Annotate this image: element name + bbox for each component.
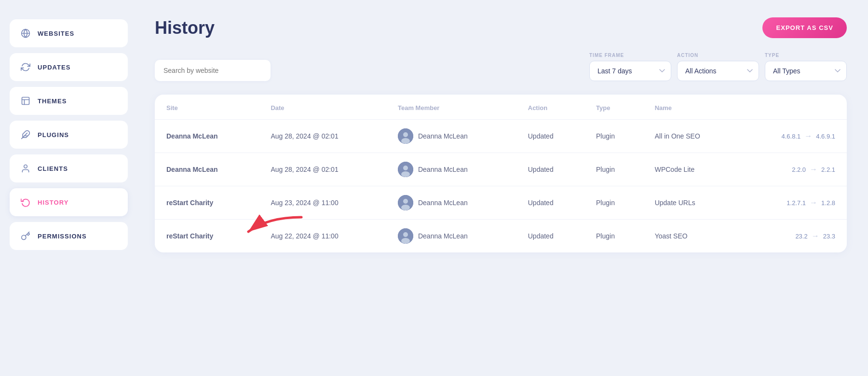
col-member: Team Member (386, 95, 516, 120)
cell-version: 4.6.8.1 → 4.6.9.1 (739, 120, 847, 153)
history-icon (20, 197, 31, 208)
action-label: ACTION (677, 53, 759, 58)
type-select[interactable]: All Types Plugin Theme Core (765, 61, 847, 81)
table-row: reStart Charity Aug 22, 2024 @ 11:00 Dea… (155, 220, 847, 253)
svg-point-7 (24, 165, 27, 168)
user-icon (20, 163, 31, 174)
timeframe-label: TIME FRAME (589, 53, 671, 58)
sidebar-item-clients-label: CLIENTS (38, 165, 68, 172)
version-from: 23.2 (795, 233, 807, 240)
cell-date: Aug 23, 2024 @ 11:00 (259, 186, 386, 220)
history-table: Site Date Team Member Action Type Name D… (155, 95, 847, 252)
action-select[interactable]: All Actions Updated Installed Deleted (677, 61, 759, 81)
cell-type: Plugin (584, 120, 643, 153)
key-icon (20, 231, 31, 241)
sidebar-item-plugins[interactable]: PLUGINS (10, 121, 128, 149)
cell-action: Updated (516, 186, 584, 220)
svg-point-16 (403, 199, 408, 204)
svg-point-20 (401, 238, 410, 244)
version-arrow: → (812, 232, 819, 240)
table-row: reStart Charity Aug 23, 2024 @ 11:00 Dea… (155, 186, 847, 220)
timeframe-select[interactable]: Last 7 days Last 30 days Last 90 days Al… (589, 61, 671, 81)
filters-row: TIME FRAME Last 7 days Last 30 days Last… (155, 53, 847, 81)
version-arrow: → (810, 198, 817, 207)
col-action: Action (516, 95, 584, 120)
table-row: Deanna McLean Aug 28, 2024 @ 02:01 Deann… (155, 120, 847, 153)
avatar (398, 195, 413, 210)
type-filter-wrap: TYPE All Types Plugin Theme Core (765, 53, 847, 81)
svg-point-10 (403, 132, 408, 137)
sidebar-item-clients[interactable]: CLIENTS (10, 154, 128, 182)
svg-point-17 (401, 205, 410, 210)
search-wrap (155, 60, 271, 81)
cell-action: Updated (516, 120, 584, 153)
cell-version: 2.2.0 → 2.2.1 (739, 153, 847, 186)
sidebar-item-plugins-label: PLUGINS (38, 131, 69, 139)
version-from: 1.2.7.1 (787, 199, 806, 207)
type-label: TYPE (765, 53, 847, 58)
cell-action: Updated (516, 153, 584, 186)
sidebar-item-updates[interactable]: UPDATES (10, 53, 128, 81)
cell-action: Updated (516, 220, 584, 253)
version-arrow: → (810, 165, 817, 174)
timeframe-filter-wrap: TIME FRAME Last 7 days Last 30 days Last… (589, 53, 671, 81)
avatar (398, 162, 413, 177)
avatar-placeholder (398, 128, 413, 144)
cell-site: reStart Charity (155, 220, 259, 253)
col-site: Site (155, 95, 259, 120)
page-title: History (155, 18, 215, 38)
cell-name: WPCode Lite (643, 153, 739, 186)
version-arrow: → (804, 132, 812, 140)
sidebar-item-permissions[interactable]: PERMISSIONS (10, 222, 128, 250)
svg-point-19 (403, 232, 408, 237)
header-row: History EXPORT AS CSV (155, 17, 847, 38)
cell-date: Aug 28, 2024 @ 02:01 (259, 153, 386, 186)
cell-type: Plugin (584, 220, 643, 253)
col-name: Name (643, 95, 739, 120)
col-date: Date (259, 95, 386, 120)
history-table-card: Site Date Team Member Action Type Name D… (155, 95, 847, 252)
version-from: 2.2.0 (792, 166, 806, 173)
sidebar-item-history-label: HISTORY (38, 199, 68, 206)
svg-point-13 (403, 166, 408, 170)
sidebar-item-history[interactable]: HISTORY (10, 188, 128, 216)
version-to: 4.6.9.1 (816, 133, 835, 140)
sidebar-item-websites-label: WEBSITES (38, 30, 74, 37)
export-csv-button[interactable]: EXPORT AS CSV (762, 17, 847, 38)
svg-point-14 (401, 171, 410, 177)
version-to: 23.3 (823, 233, 835, 240)
cell-member: Deanna McLean (386, 220, 516, 253)
search-input[interactable] (155, 60, 271, 81)
cell-site: Deanna McLean (155, 153, 259, 186)
cell-version: 23.2 → 23.3 (739, 220, 847, 253)
cell-name: Yoast SEO (643, 220, 739, 253)
cell-member: Deanna McLean (386, 153, 516, 186)
cell-type: Plugin (584, 153, 643, 186)
col-type: Type (584, 95, 643, 120)
avatar-placeholder (398, 228, 413, 244)
filter-group: TIME FRAME Last 7 days Last 30 days Last… (589, 53, 847, 81)
avatar (398, 228, 413, 244)
refresh-icon (20, 62, 31, 72)
table-header-row: Site Date Team Member Action Type Name (155, 95, 847, 120)
avatar-placeholder (398, 162, 413, 177)
cell-name: All in One SEO (643, 120, 739, 153)
member-name: Deanna McLean (418, 132, 468, 140)
avatar-placeholder (398, 195, 413, 210)
cell-site: reStart Charity (155, 186, 259, 220)
version-from: 4.6.8.1 (781, 133, 800, 140)
action-filter-wrap: ACTION All Actions Updated Installed Del… (677, 53, 759, 81)
sidebar-item-updates-label: UPDATES (38, 64, 70, 71)
cell-date: Aug 22, 2024 @ 11:00 (259, 220, 386, 253)
sidebar-item-themes[interactable]: THEMES (10, 87, 128, 115)
cell-type: Plugin (584, 186, 643, 220)
svg-rect-2 (22, 97, 29, 105)
cell-date: Aug 28, 2024 @ 02:01 (259, 120, 386, 153)
sidebar-item-websites[interactable]: WEBSITES (10, 19, 128, 47)
sidebar-item-permissions-label: PERMISSIONS (38, 233, 87, 240)
member-name: Deanna McLean (418, 166, 468, 173)
cell-member: Deanna McLean (386, 186, 516, 220)
svg-point-11 (401, 138, 410, 144)
member-name: Deanna McLean (418, 199, 468, 207)
globe-icon (20, 28, 31, 39)
